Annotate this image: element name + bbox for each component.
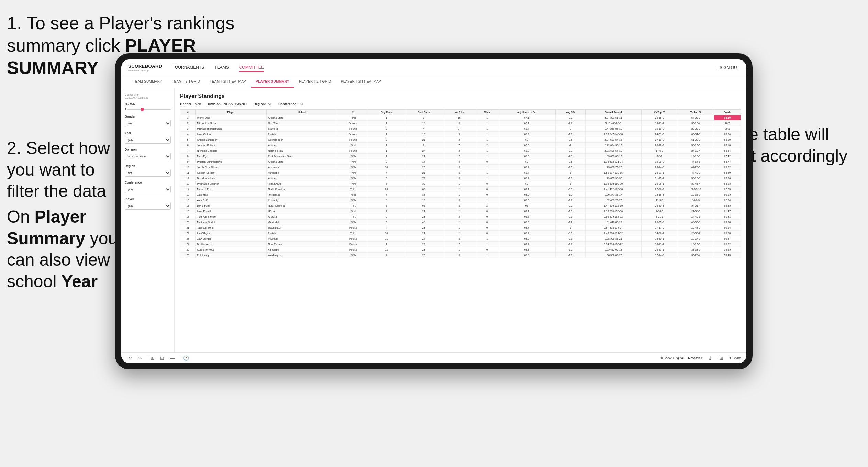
table-cell: 69 <box>404 187 443 192</box>
table-cell: 1.66 377-82-17 <box>585 192 641 198</box>
table-cell: 14 <box>180 187 196 192</box>
clock-btn[interactable]: 🕐 <box>182 355 190 362</box>
main-content: Update time: 27/03/2024 16:56:26 No Rds.… <box>121 88 746 352</box>
options-btn[interactable]: ⊞ <box>718 355 725 362</box>
table-cell: 6 <box>443 165 476 170</box>
subnav-player-summary[interactable]: PLAYER SUMMARY <box>251 76 294 88</box>
table-cell: 2 <box>476 143 498 148</box>
nav-item-committee[interactable]: COMMITTEE <box>239 64 264 72</box>
table-cell: 17-17-5 <box>641 225 678 231</box>
copy-btn[interactable]: ⊞ <box>149 355 156 362</box>
table-cell: 1.73 498-72-25 <box>585 165 641 170</box>
subnav-team-h2h-heatmap[interactable]: TEAM H2H HEATMAP <box>205 76 251 88</box>
table-cell: -2.5 <box>555 137 585 143</box>
table-cell: 3.10 440-26-6 <box>585 121 641 126</box>
table-cell: Preston Summerhays <box>196 159 267 165</box>
table-cell: 49-35-9 <box>678 220 714 225</box>
sidebar: Update time: 27/03/2024 16:56:26 No Rds.… <box>121 88 175 352</box>
nav-item-tournaments[interactable]: TOURNAMENTS <box>173 64 204 72</box>
table-cell: Wenyi Ding <box>196 115 267 121</box>
table-cell: 68.4 <box>498 165 556 170</box>
table-cell: 8 <box>368 198 404 203</box>
table-cell: 68.3 <box>498 198 556 203</box>
table-cell: 26-27-2 <box>678 236 714 242</box>
table-cell: 69 <box>498 159 556 165</box>
year-select[interactable]: (All) First Second Third Fourth Fifth <box>125 136 171 144</box>
table-cell: 21 <box>180 225 196 231</box>
watch-btn[interactable]: ▶ Watch ▾ <box>688 356 703 360</box>
table-cell: 2 <box>180 121 196 126</box>
share-btn[interactable]: ⬆ Share <box>729 356 741 360</box>
table-cell: 25-42-0 <box>678 225 714 231</box>
nav-item-teams[interactable]: TEAMS <box>214 64 229 72</box>
table-cell: 2 <box>443 137 476 143</box>
table-cell: 0 <box>476 220 498 225</box>
table-cell: 68.4 <box>498 176 556 181</box>
redo-btn[interactable]: ↪ <box>136 355 143 362</box>
table-row: 22Ian GilliganFloridaThird10241068.7-0.8… <box>180 231 741 236</box>
dash-btn[interactable]: — <box>168 355 176 362</box>
table-cell: 3 <box>180 126 196 132</box>
table-cell: 68.3 <box>498 154 556 159</box>
table-row: 7Nicholas GabrieleNorth FloridaFourth127… <box>180 148 741 154</box>
view-original-btn[interactable]: 👁 View: Original <box>660 356 683 360</box>
table-cell: 60.68 <box>714 231 741 236</box>
table-cell: 4 <box>368 225 404 231</box>
table-cell: Second <box>338 132 368 137</box>
sign-out-link[interactable]: Sign out <box>720 64 739 71</box>
table-cell: -1 <box>555 170 585 176</box>
table-cell: 0 <box>443 253 476 258</box>
table-cell: 38-46-4 <box>678 181 714 187</box>
table-cell: Fifth <box>338 192 368 198</box>
table-cell: Georgia Tech <box>266 137 338 143</box>
paste-btn[interactable]: ⊟ <box>159 355 166 362</box>
table-cell: -2.3 <box>555 148 585 154</box>
table-cell: 31-15-1 <box>641 176 678 181</box>
table-cell: 1 <box>443 181 476 187</box>
table-cell: -1.6 <box>555 253 585 258</box>
table-cell: 24 <box>404 236 443 242</box>
table-cell: Washington <box>266 225 338 231</box>
table-row: 8Mats EgeEast Tennessee StateFifth124216… <box>180 154 741 159</box>
table-cell: 8-6-1 <box>641 154 678 159</box>
division-select[interactable]: NCAA Division I NCAA Division II <box>125 153 171 160</box>
conference-select[interactable]: (All) <box>125 186 171 193</box>
filter-division-label: Division: <box>208 102 222 106</box>
table-cell: 24 <box>404 231 443 236</box>
export-btn[interactable]: ⤓ <box>707 355 714 362</box>
table-cell: 1 <box>443 225 476 231</box>
table-cell: 20-26-1 <box>641 181 678 187</box>
table-cell: East Tennessee State <box>266 154 338 159</box>
table-cell: 24-10-4 <box>678 148 714 154</box>
filter-bar: Gender: Men Division: NCAA Division I Re… <box>180 102 741 106</box>
table-cell: 26 <box>180 253 196 258</box>
table-cell: 4 <box>180 132 196 137</box>
filter-gender-label: Gender: <box>180 102 192 106</box>
undo-btn[interactable]: ↩ <box>127 355 134 362</box>
table-cell: Fourth <box>338 236 368 242</box>
table-cell: Texas A&M <box>266 181 338 187</box>
sidebar-conference: Conference (All) <box>125 181 171 193</box>
table-cell: 68.2 <box>498 132 556 137</box>
subnav-player-h2h-heatmap[interactable]: PLAYER H2H HEATMAP <box>336 76 386 88</box>
table-cell: 68.7 <box>498 170 556 176</box>
sub-nav: TEAM SUMMARY TEAM H2H GRID TEAM H2H HEAT… <box>121 76 746 88</box>
table-cell: Fourth <box>338 126 368 132</box>
table-cell: 2.34 533-57-16 <box>585 137 641 143</box>
table-cell: 68.5 <box>498 220 556 225</box>
gender-select[interactable]: Men Women <box>125 120 171 127</box>
slider[interactable] <box>127 109 171 110</box>
player-select[interactable]: (All) <box>125 202 171 210</box>
table-cell: 68.2 <box>498 148 556 154</box>
subnav-team-summary[interactable]: TEAM SUMMARY <box>128 76 167 88</box>
subnav-player-h2h-grid[interactable]: PLAYER H2H GRID <box>294 76 336 88</box>
region-select[interactable]: N/A All <box>125 169 171 177</box>
table-cell: 0 <box>476 214 498 220</box>
table-cell: 59.95 <box>714 247 741 253</box>
slider-thumb <box>141 108 144 111</box>
table-cell: Third <box>338 214 368 220</box>
table-cell: 68.7 <box>498 225 556 231</box>
table-cell: 0 <box>443 176 476 181</box>
subnav-team-h2h-grid[interactable]: TEAM H2H GRID <box>167 76 205 88</box>
table-cell: 61.81 <box>714 214 741 220</box>
